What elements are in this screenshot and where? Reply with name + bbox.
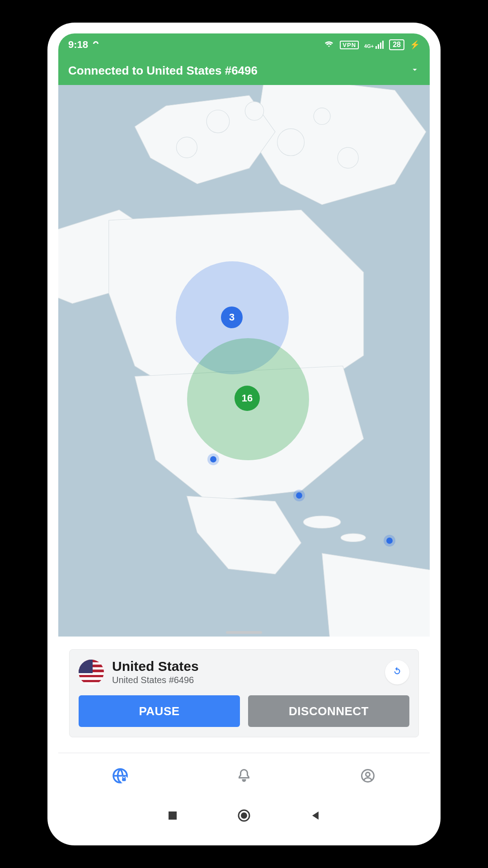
server-name: United States #6496 [112, 675, 199, 685]
svg-point-4 [314, 108, 330, 125]
server-cluster-canada[interactable]: 3 [221, 307, 243, 328]
svg-point-6 [303, 516, 341, 528]
chevron-down-icon [410, 64, 420, 78]
disconnect-button[interactable]: DISCONNECT [248, 695, 409, 727]
server-dot[interactable] [384, 535, 395, 547]
app-indicator-icon [92, 39, 100, 51]
connection-card: United States United States #6496 PAUSE … [69, 649, 419, 737]
drag-handle[interactable] [226, 631, 262, 634]
status-time: 9:18 [68, 39, 88, 51]
android-nav-bar [58, 798, 430, 835]
svg-point-2 [277, 129, 305, 156]
screen: 9:18 VPN 4G+ 28 [58, 33, 430, 835]
svg-point-7 [341, 533, 366, 542]
server-dot[interactable] [207, 453, 219, 465]
svg-point-3 [176, 137, 197, 158]
country-name: United States [112, 659, 199, 674]
wifi-icon [324, 38, 334, 52]
refresh-button[interactable] [385, 660, 409, 684]
svg-point-0 [206, 110, 230, 133]
svg-point-1 [245, 102, 263, 120]
server-cluster-usa[interactable]: 16 [235, 386, 260, 411]
connection-banner[interactable]: Connected to United States #6496 [58, 56, 430, 85]
world-map[interactable]: 3 16 [58, 85, 430, 637]
vpn-indicator: VPN [340, 41, 359, 49]
charging-icon: ⚡ [410, 40, 420, 50]
nav-vpn-tab[interactable] [110, 766, 130, 786]
refresh-icon [391, 665, 403, 679]
android-back-button[interactable] [310, 810, 321, 823]
pause-button[interactable]: PAUSE [79, 695, 240, 727]
android-recent-button[interactable] [167, 810, 178, 823]
country-flag-icon [79, 660, 104, 685]
nav-notifications-tab[interactable] [234, 766, 254, 786]
svg-point-12 [366, 773, 370, 777]
connection-text: Connected to United States #6496 [68, 64, 258, 78]
nav-account-tab[interactable] [358, 766, 378, 786]
svg-rect-10 [122, 778, 126, 781]
signal-icon: 4G+ [364, 41, 384, 49]
svg-point-5 [338, 147, 358, 168]
bottom-nav [58, 753, 430, 798]
svg-point-15 [241, 812, 247, 819]
server-dot[interactable] [293, 490, 305, 501]
phone-frame: 9:18 VPN 4G+ 28 [47, 23, 441, 845]
battery-indicator: 28 [389, 39, 404, 50]
status-bar: 9:18 VPN 4G+ 28 [58, 33, 430, 56]
android-home-button[interactable] [237, 809, 251, 824]
svg-rect-13 [169, 811, 177, 820]
